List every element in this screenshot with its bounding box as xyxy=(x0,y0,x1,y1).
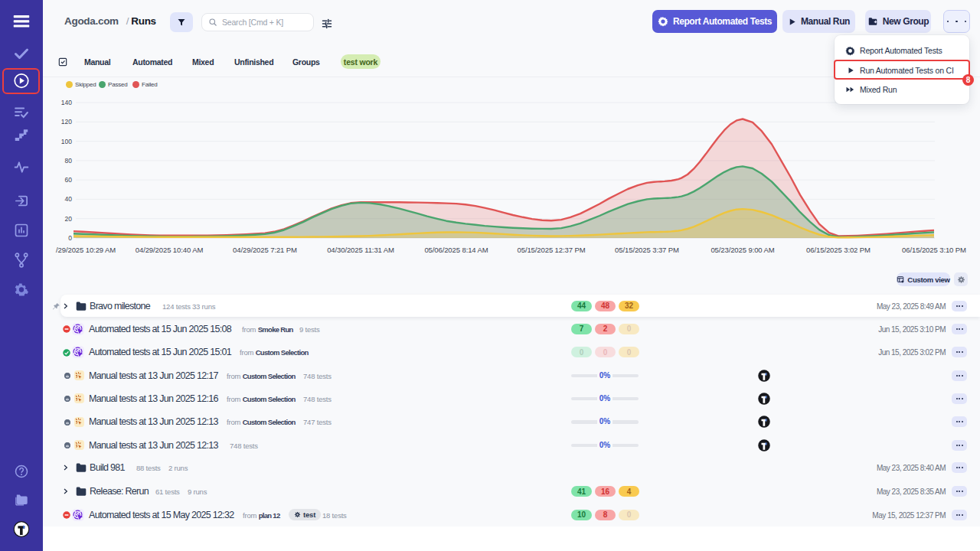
svg-text:04/30/2025 11:31 AM: 04/30/2025 11:31 AM xyxy=(327,246,394,254)
svg-text:100: 100 xyxy=(61,138,72,145)
svg-text:0: 0 xyxy=(68,234,72,242)
svg-text:05/15/2025 12:37 PM: 05/15/2025 12:37 PM xyxy=(518,246,586,254)
svg-text:06/15/2025 3:02 PM: 06/15/2025 3:02 PM xyxy=(806,246,871,254)
svg-text:20: 20 xyxy=(65,215,73,223)
svg-text:40: 40 xyxy=(65,195,73,203)
svg-text:60: 60 xyxy=(65,176,73,184)
svg-text:04/29/2025 7:21 PM: 04/29/2025 7:21 PM xyxy=(233,246,297,254)
svg-text:05/23/2025 9:00 AM: 05/23/2025 9:00 AM xyxy=(710,246,774,254)
svg-text:80: 80 xyxy=(65,157,73,165)
svg-text:06/15/2025 3:10 PM: 06/15/2025 3:10 PM xyxy=(902,246,966,254)
svg-text:140: 140 xyxy=(61,99,72,106)
svg-text:04/29/2025 10:40 AM: 04/29/2025 10:40 AM xyxy=(136,246,204,254)
svg-text:120: 120 xyxy=(61,118,72,126)
svg-text:05/15/2025 3:37 PM: 05/15/2025 3:37 PM xyxy=(615,246,679,254)
svg-text:/29/2025 10:29 AM: /29/2025 10:29 AM xyxy=(56,246,116,254)
svg-text:05/06/2025 8:14 AM: 05/06/2025 8:14 AM xyxy=(424,246,488,254)
